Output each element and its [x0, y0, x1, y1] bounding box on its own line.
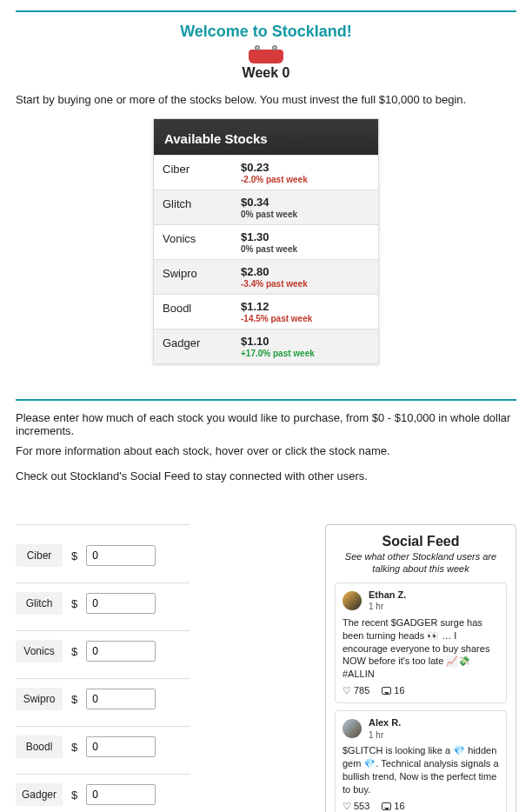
heart-icon: ♡ [342, 802, 351, 811]
stock-meta: $1.10+17.0% past week [241, 335, 315, 358]
stock-name[interactable]: Swipro [163, 265, 241, 280]
feed-post: Alex R.1 hr$GLITCH is looking like a 💎 h… [335, 710, 507, 812]
currency-symbol: $ [71, 549, 77, 562]
stock-meta: $1.12-14.5% past week [241, 300, 312, 323]
input-row: Vonics$ [16, 631, 190, 679]
stock-row: Gadger$1.10+17.0% past week [154, 329, 378, 363]
stock-price: $1.30 [241, 230, 297, 243]
divider-mid [16, 399, 516, 401]
like-count[interactable]: ♡ 785 [342, 684, 369, 697]
week-label: Week 0 [16, 65, 516, 81]
stock-name[interactable]: Ciber [163, 161, 241, 176]
post-author: Alex R. [369, 716, 401, 729]
input-row: Glitch$ [16, 583, 190, 631]
currency-symbol: $ [71, 597, 77, 610]
currency-symbol: $ [71, 741, 77, 754]
page-title: Welcome to Stockland! [16, 23, 516, 41]
stock-row: Boodl$1.12-14.5% past week [154, 294, 378, 329]
input-row: Swipro$ [16, 679, 190, 727]
avatar [342, 719, 362, 738]
input-row: Ciber$ [16, 536, 190, 583]
post-body: $GLITCH is looking like a 💎 hidden gem 💎… [342, 744, 499, 795]
stock-row: Ciber$0.23-2.0% past week [154, 155, 378, 190]
amount-input[interactable] [86, 545, 156, 566]
feed-post: Ethan Z.1 hrThe recent $GADGER surge has… [335, 582, 507, 703]
stock-name[interactable]: Vonics [163, 230, 241, 245]
comment-icon [382, 802, 391, 810]
currency-symbol: $ [71, 645, 77, 658]
stock-meta: $1.300% past week [241, 230, 297, 254]
instructions-line2: For more information about each stock, h… [16, 444, 516, 457]
input-stock-label[interactable]: Glitch [16, 592, 63, 615]
stock-price: $1.12 [241, 300, 312, 313]
stock-row: Glitch$0.340% past week [154, 190, 378, 224]
input-stock-label[interactable]: Swipro [16, 688, 63, 710]
stock-price: $1.10 [241, 335, 315, 348]
input-stock-label[interactable]: Gadger [16, 783, 63, 806]
amount-input[interactable] [86, 593, 156, 614]
stock-price: $0.34 [241, 196, 297, 209]
input-stock-label[interactable]: Vonics [16, 640, 63, 662]
social-feed-panel: Social Feed See what other Stockland use… [325, 524, 516, 812]
like-count[interactable]: ♡ 553 [342, 800, 369, 812]
comment-count[interactable]: 16 [382, 684, 404, 697]
currency-symbol: $ [71, 789, 77, 802]
instructions-line1: Please enter how much of each stock you … [16, 411, 516, 437]
stock-row: Swipro$2.80-3.4% past week [154, 259, 378, 294]
post-body: The recent $GADGER surge has been turnin… [342, 616, 499, 681]
comment-count[interactable]: 16 [382, 800, 404, 812]
amount-input[interactable] [86, 641, 156, 662]
input-stock-label[interactable]: Boodl [16, 735, 63, 758]
input-divider [16, 524, 190, 525]
stock-delta: 0% past week [241, 244, 297, 254]
currency-symbol: $ [71, 693, 77, 706]
input-row: Boodl$ [16, 727, 190, 775]
stock-meta: $0.23-2.0% past week [241, 161, 308, 184]
stock-delta: -3.4% past week [241, 279, 308, 289]
post-time: 1 hr [369, 729, 401, 742]
calendar-icon [249, 50, 283, 63]
stock-delta: -2.0% past week [241, 175, 308, 184]
amount-input[interactable] [86, 736, 156, 757]
stock-delta: +17.0% past week [241, 349, 315, 358]
available-stocks-panel: Available Stocks Ciber$0.23-2.0% past we… [153, 118, 379, 364]
stock-row: Vonics$1.300% past week [154, 224, 378, 259]
amount-input[interactable] [86, 784, 156, 805]
stock-meta: $2.80-3.4% past week [241, 265, 308, 289]
available-stocks-heading: Available Stocks [154, 119, 378, 155]
input-stock-label[interactable]: Ciber [16, 544, 63, 567]
feed-subtitle: See what other Stockland users are talki… [335, 551, 507, 576]
stock-delta: -14.5% past week [241, 314, 312, 323]
input-row: Gadger$ [16, 775, 190, 812]
avatar [342, 591, 362, 610]
intro-text: Start by buying one or more of the stock… [16, 93, 516, 106]
stock-name[interactable]: Boodl [163, 300, 241, 315]
stock-name[interactable]: Gadger [163, 335, 241, 349]
stock-meta: $0.340% past week [241, 196, 297, 219]
stock-price: $2.80 [241, 265, 308, 278]
stock-price: $0.23 [241, 161, 308, 174]
post-time: 1 hr [369, 601, 406, 613]
instructions-line3: Check out Stockland's Social Feed to sta… [16, 469, 516, 483]
amount-input[interactable] [86, 689, 156, 709]
divider-top [16, 10, 516, 12]
comment-icon [382, 687, 391, 695]
stock-delta: 0% past week [241, 210, 297, 219]
stock-name[interactable]: Glitch [163, 196, 241, 210]
post-author: Ethan Z. [369, 589, 406, 602]
feed-title: Social Feed [335, 534, 507, 549]
heart-icon: ♡ [342, 686, 351, 696]
